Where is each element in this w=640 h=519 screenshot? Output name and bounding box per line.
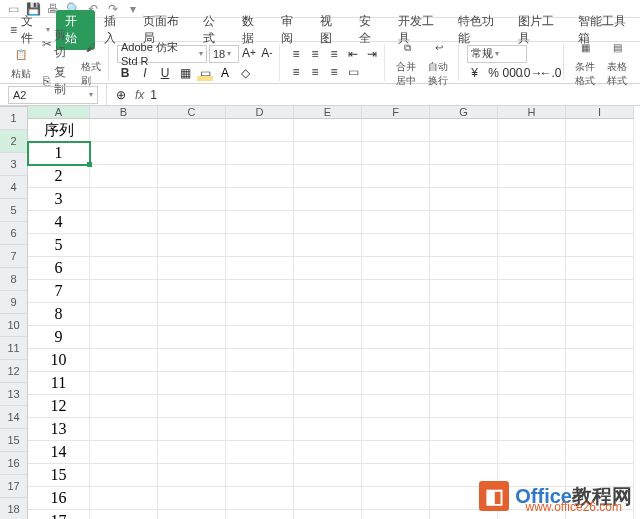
cell-F13[interactable] — [362, 395, 430, 418]
col-header-G[interactable]: G — [430, 106, 498, 119]
cell-D7[interactable] — [226, 257, 294, 280]
clear-format-button[interactable]: ◇ — [237, 65, 253, 81]
cell-I4[interactable] — [566, 188, 634, 211]
cell-C2[interactable] — [158, 142, 226, 165]
cell-H14[interactable] — [498, 418, 566, 441]
cell-B12[interactable] — [90, 372, 158, 395]
align-middle-button[interactable]: ≡ — [307, 46, 323, 62]
cell-B6[interactable] — [90, 234, 158, 257]
row-header-12[interactable]: 12 — [0, 360, 28, 383]
cell-D10[interactable] — [226, 326, 294, 349]
cell-D14[interactable] — [226, 418, 294, 441]
cell-F7[interactable] — [362, 257, 430, 280]
cell-A16[interactable]: 15 — [28, 464, 90, 487]
cell-G11[interactable] — [430, 349, 498, 372]
cell-H13[interactable] — [498, 395, 566, 418]
cell-I12[interactable] — [566, 372, 634, 395]
cell-A11[interactable]: 10 — [28, 349, 90, 372]
cell-D8[interactable] — [226, 280, 294, 303]
cell-C3[interactable] — [158, 165, 226, 188]
cell-D15[interactable] — [226, 441, 294, 464]
cell-E2[interactable] — [294, 142, 362, 165]
cell-A1[interactable]: 序列 — [28, 119, 90, 142]
cell-A7[interactable]: 6 — [28, 257, 90, 280]
col-header-B[interactable]: B — [90, 106, 158, 119]
cell-I15[interactable] — [566, 441, 634, 464]
cell-E5[interactable] — [294, 211, 362, 234]
row-header-5[interactable]: 5 — [0, 199, 28, 222]
cell-B11[interactable] — [90, 349, 158, 372]
cell-G14[interactable] — [430, 418, 498, 441]
cell-D4[interactable] — [226, 188, 294, 211]
cell-I9[interactable] — [566, 303, 634, 326]
cell-G1[interactable] — [430, 119, 498, 142]
row-header-18[interactable]: 18 — [0, 498, 28, 519]
cell-G4[interactable] — [430, 188, 498, 211]
currency-button[interactable]: ¥ — [467, 65, 483, 81]
border-button[interactable]: ▦ — [177, 65, 193, 81]
cell-F14[interactable] — [362, 418, 430, 441]
cell-A5[interactable]: 4 — [28, 211, 90, 234]
cell-F11[interactable] — [362, 349, 430, 372]
cell-C16[interactable] — [158, 464, 226, 487]
cell-I8[interactable] — [566, 280, 634, 303]
name-box[interactable]: A2 ▾ — [8, 86, 98, 104]
cell-H8[interactable] — [498, 280, 566, 303]
cell-E4[interactable] — [294, 188, 362, 211]
cell-C5[interactable] — [158, 211, 226, 234]
cell-I10[interactable] — [566, 326, 634, 349]
cell-B8[interactable] — [90, 280, 158, 303]
cell-E10[interactable] — [294, 326, 362, 349]
cell-G2[interactable] — [430, 142, 498, 165]
cell-B10[interactable] — [90, 326, 158, 349]
cell-G5[interactable] — [430, 211, 498, 234]
cell-H12[interactable] — [498, 372, 566, 395]
cell-B5[interactable] — [90, 211, 158, 234]
cell-F18[interactable] — [362, 510, 430, 519]
cell-G13[interactable] — [430, 395, 498, 418]
dec-decimal-button[interactable]: ←.0 — [543, 65, 559, 81]
cell-G18[interactable] — [430, 510, 498, 519]
align-center-button[interactable]: ≡ — [307, 64, 323, 80]
row-header-16[interactable]: 16 — [0, 452, 28, 475]
cell-C7[interactable] — [158, 257, 226, 280]
cell-B9[interactable] — [90, 303, 158, 326]
cell-H11[interactable] — [498, 349, 566, 372]
cell-B4[interactable] — [90, 188, 158, 211]
cell-H7[interactable] — [498, 257, 566, 280]
cell-E17[interactable] — [294, 487, 362, 510]
cell-G12[interactable] — [430, 372, 498, 395]
cell-D9[interactable] — [226, 303, 294, 326]
cell-C10[interactable] — [158, 326, 226, 349]
cell-A4[interactable]: 3 — [28, 188, 90, 211]
cell-G9[interactable] — [430, 303, 498, 326]
cell-I13[interactable] — [566, 395, 634, 418]
percent-button[interactable]: % — [486, 65, 502, 81]
align-left-button[interactable]: ≡ — [288, 64, 304, 80]
row-header-9[interactable]: 9 — [0, 291, 28, 314]
cell-E13[interactable] — [294, 395, 362, 418]
cell-C17[interactable] — [158, 487, 226, 510]
cell-E3[interactable] — [294, 165, 362, 188]
cell-A9[interactable]: 8 — [28, 303, 90, 326]
cell-F1[interactable] — [362, 119, 430, 142]
cell-D18[interactable] — [226, 510, 294, 519]
cell-A10[interactable]: 9 — [28, 326, 90, 349]
cell-H9[interactable] — [498, 303, 566, 326]
col-header-I[interactable]: I — [566, 106, 634, 119]
cell-C18[interactable] — [158, 510, 226, 519]
cell-A13[interactable]: 12 — [28, 395, 90, 418]
cell-F2[interactable] — [362, 142, 430, 165]
underline-button[interactable]: U — [157, 65, 173, 81]
col-header-E[interactable]: E — [294, 106, 362, 119]
cell-H15[interactable] — [498, 441, 566, 464]
paste-button[interactable]: 📋 粘贴 — [8, 44, 34, 82]
cell-D13[interactable] — [226, 395, 294, 418]
cell-A12[interactable]: 11 — [28, 372, 90, 395]
cell-B13[interactable] — [90, 395, 158, 418]
cell-D17[interactable] — [226, 487, 294, 510]
bold-button[interactable]: B — [117, 65, 133, 81]
cell-G15[interactable] — [430, 441, 498, 464]
cell-F15[interactable] — [362, 441, 430, 464]
cell-I1[interactable] — [566, 119, 634, 142]
